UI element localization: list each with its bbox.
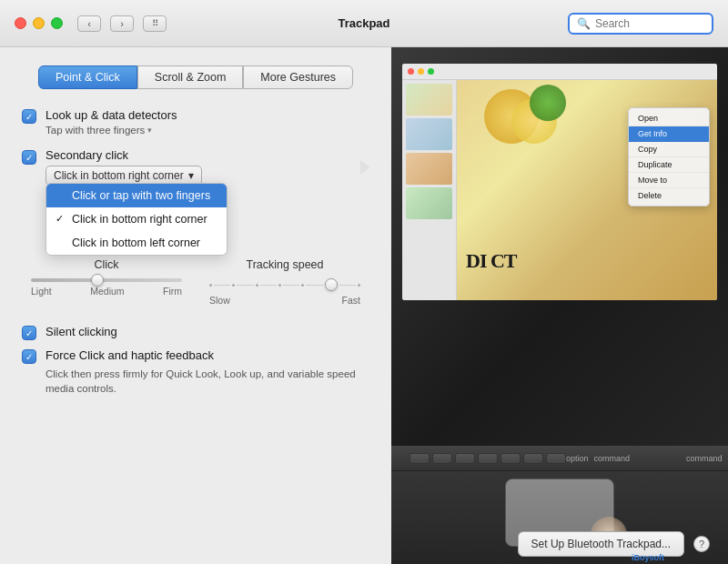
lookup-subtitle: Tap with three fingers ▾ bbox=[46, 125, 369, 136]
titlebar-right: 🔍 bbox=[568, 13, 713, 35]
click-slider-title: Click bbox=[94, 258, 118, 271]
search-icon: 🔍 bbox=[577, 17, 591, 30]
sliders-section: Click Light Medium Firm Tracking speed bbox=[22, 258, 369, 306]
tab-point-click[interactable]: Point & Click bbox=[38, 65, 137, 89]
tab-scroll-zoom[interactable]: Scroll & Zoom bbox=[137, 65, 244, 89]
dropdown-menu: Click or tap with two fingers Click in b… bbox=[46, 183, 228, 256]
grid-button[interactable]: ⠿ bbox=[143, 15, 167, 32]
screen-thumb-4 bbox=[406, 187, 452, 219]
screen-close-dot bbox=[408, 68, 414, 75]
traffic-lights bbox=[15, 17, 63, 29]
ctx-item-3: Copy bbox=[629, 142, 709, 157]
key-f1 bbox=[432, 453, 452, 464]
screen-topbar bbox=[402, 64, 717, 80]
key-f3 bbox=[478, 453, 498, 464]
dropdown-arrow-icon: ▾ bbox=[188, 169, 194, 182]
lookup-title: Look up & data detectors bbox=[46, 107, 369, 124]
screen-thumb-3 bbox=[406, 153, 452, 185]
force-click-checkbox[interactable]: ✓ bbox=[22, 349, 36, 364]
tracking-slider-title: Tracking speed bbox=[247, 258, 324, 271]
search-input[interactable] bbox=[595, 17, 704, 30]
lookup-checkbox[interactable]: ✓ bbox=[22, 109, 36, 124]
search-box[interactable]: 🔍 bbox=[568, 13, 713, 35]
force-click-desc: Click then press firmly for Quick Look, … bbox=[46, 367, 369, 396]
screen-thumb-1 bbox=[406, 84, 452, 116]
secondary-click-content: Secondary click Click in bottom right co… bbox=[46, 148, 346, 186]
watermark: iBoysoft bbox=[632, 553, 664, 562]
modifier-labels: option command command option bbox=[566, 454, 728, 463]
screen-big-img: DI CT Open Get Info Copy Duplicate Move … bbox=[457, 80, 717, 300]
dropdown-item-bottom-right[interactable]: Click in bottom right corner bbox=[46, 207, 227, 231]
click-slider-labels: Light Medium Firm bbox=[31, 286, 182, 297]
silent-clicking-row: ✓ Silent clicking bbox=[22, 324, 369, 340]
force-click-row: ✓ Force Click and haptic feedback Click … bbox=[22, 347, 369, 395]
right-panel: DI CT Open Get Info Copy Duplicate Move … bbox=[391, 47, 728, 564]
force-click-title: Force Click and haptic feedback bbox=[46, 347, 369, 364]
screen-overlay-text: DI CT bbox=[466, 249, 517, 273]
tabs-row: Point & Click Scroll & Zoom More Gesture… bbox=[22, 65, 369, 89]
key-f5 bbox=[523, 453, 543, 464]
tab-more-gestures[interactable]: More Gestures bbox=[243, 65, 353, 89]
screen-thumb-2 bbox=[406, 118, 452, 150]
click-label-firm: Firm bbox=[163, 286, 182, 297]
dropdown-item-bottom-left[interactable]: Click in bottom left corner bbox=[46, 231, 227, 255]
screen-area: DI CT Open Get Info Copy Duplicate Move … bbox=[402, 64, 717, 300]
tracking-label-slow: Slow bbox=[209, 295, 230, 306]
lookup-label-group: Look up & data detectors Tap with three … bbox=[46, 107, 369, 136]
ctx-item-4: Duplicate bbox=[629, 157, 709, 173]
key-f4 bbox=[500, 453, 521, 464]
key-esc bbox=[410, 453, 430, 464]
screen-main: DI CT Open Get Info Copy Duplicate Move … bbox=[457, 80, 717, 300]
window-title: Trackpad bbox=[338, 16, 389, 30]
lookup-dropdown-arrow: ▾ bbox=[147, 126, 152, 135]
label-command-right: command bbox=[686, 454, 723, 463]
key-f2 bbox=[455, 453, 475, 464]
click-label-light: Light bbox=[31, 286, 52, 297]
tracking-label-fast: Fast bbox=[342, 295, 360, 306]
secondary-click-checkbox[interactable]: ✓ bbox=[22, 150, 36, 165]
maximize-button[interactable] bbox=[51, 17, 63, 29]
screen-content: DI CT Open Get Info Copy Duplicate Move … bbox=[402, 80, 717, 300]
help-button[interactable]: ? bbox=[693, 536, 710, 552]
forward-button[interactable]: › bbox=[110, 15, 134, 32]
ctx-item-5: Move to bbox=[629, 173, 709, 188]
ctx-item-2: Get Info bbox=[629, 126, 709, 142]
bottom-settings: ✓ Silent clicking ✓ Force Click and hapt… bbox=[22, 324, 369, 396]
dropdown-item-two-fingers[interactable]: Click or tap with two fingers bbox=[46, 184, 227, 207]
click-slider-group: Click Light Medium Firm bbox=[31, 258, 182, 306]
lookup-setting-row: ✓ Look up & data detectors Tap with thre… bbox=[22, 107, 369, 136]
left-panel: Point & Click Scroll & Zoom More Gesture… bbox=[0, 47, 391, 564]
screen-min-dot bbox=[418, 68, 424, 75]
ctx-item-6: Delete bbox=[629, 188, 709, 203]
ctx-item-1: Open bbox=[629, 111, 709, 126]
function-keys bbox=[410, 453, 566, 464]
click-slider-thumb[interactable] bbox=[91, 274, 104, 287]
secondary-click-container: ✓ Secondary click Click in bottom right … bbox=[22, 148, 369, 186]
main-content: Point & Click Scroll & Zoom More Gesture… bbox=[0, 47, 728, 564]
label-command-left: command bbox=[594, 454, 631, 463]
click-slider-track[interactable] bbox=[31, 278, 182, 282]
silent-clicking-checkbox[interactable]: ✓ bbox=[22, 326, 36, 340]
context-menu: Open Get Info Copy Duplicate Move to Del… bbox=[628, 107, 710, 206]
silent-clicking-label: Silent clicking bbox=[46, 324, 117, 340]
titlebar-left: ‹ › ⠿ bbox=[15, 15, 167, 32]
back-button[interactable]: ‹ bbox=[77, 15, 101, 32]
minimize-button[interactable] bbox=[33, 17, 45, 29]
bottom-bar: Set Up Bluetooth Trackpad... ? iBoysoft bbox=[0, 524, 728, 564]
tracking-slider-labels: Slow Fast bbox=[209, 295, 360, 306]
close-button[interactable] bbox=[15, 17, 26, 29]
laptop-image: DI CT Open Get Info Copy Duplicate Move … bbox=[391, 47, 728, 564]
secondary-click-title: Secondary click bbox=[46, 148, 346, 162]
tracking-slider-group: Tracking speed bbox=[209, 258, 360, 306]
fruit-3 bbox=[530, 85, 566, 121]
label-option-left: option bbox=[566, 454, 589, 463]
screen-sidebar bbox=[402, 80, 457, 300]
key-f6 bbox=[546, 453, 566, 464]
screen-max-dot bbox=[428, 68, 434, 75]
force-click-label-group: Force Click and haptic feedback Click th… bbox=[46, 347, 369, 395]
titlebar: ‹ › ⠿ Trackpad 🔍 bbox=[0, 0, 728, 47]
secondary-click-arrow bbox=[360, 160, 369, 175]
click-label-medium: Medium bbox=[90, 286, 124, 297]
secondary-outer: ✓ Secondary click Click in bottom right … bbox=[22, 148, 369, 186]
